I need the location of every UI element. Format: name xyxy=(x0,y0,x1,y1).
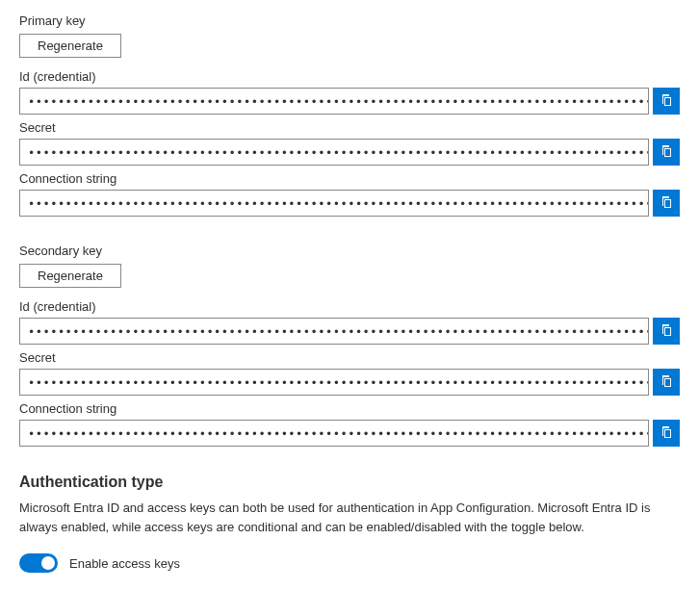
primary-id-label: Id (credential) xyxy=(19,69,680,84)
copy-secondary-secret-button[interactable] xyxy=(653,369,680,396)
secondary-connstr-field[interactable]: ••••••••••••••••••••••••••••••••••••••••… xyxy=(19,420,649,447)
primary-secret-label: Secret xyxy=(19,120,680,135)
primary-secret-field[interactable]: ••••••••••••••••••••••••••••••••••••••••… xyxy=(19,139,649,166)
primary-key-section: Primary key Regenerate Id (credential) •… xyxy=(19,13,680,217)
copy-icon xyxy=(659,92,674,111)
copy-primary-id-button[interactable] xyxy=(653,88,680,115)
copy-icon xyxy=(659,322,674,341)
authentication-type-section: Authentication type Microsoft Entra ID a… xyxy=(19,474,680,573)
secondary-key-section: Secondary key Regenerate Id (credential)… xyxy=(19,244,680,447)
copy-secondary-id-button[interactable] xyxy=(653,318,680,345)
copy-primary-connstr-button[interactable] xyxy=(653,190,680,217)
copy-icon xyxy=(659,424,674,443)
primary-connstr-field[interactable]: ••••••••••••••••••••••••••••••••••••••••… xyxy=(19,190,649,217)
copy-secondary-connstr-button[interactable] xyxy=(653,420,680,447)
primary-key-heading: Primary key xyxy=(19,13,680,28)
copy-icon xyxy=(659,143,674,162)
copy-icon xyxy=(659,373,674,392)
auth-type-description: Microsoft Entra ID and access keys can b… xyxy=(19,499,680,536)
regenerate-secondary-button[interactable]: Regenerate xyxy=(19,264,121,288)
secondary-secret-label: Secret xyxy=(19,350,680,365)
secondary-id-label: Id (credential) xyxy=(19,299,680,314)
enable-access-keys-label: Enable access keys xyxy=(69,556,180,571)
secondary-key-heading: Secondary key xyxy=(19,244,680,258)
regenerate-primary-button[interactable]: Regenerate xyxy=(19,34,121,58)
copy-icon xyxy=(659,194,674,213)
auth-type-heading: Authentication type xyxy=(19,474,680,491)
secondary-id-field[interactable]: ••••••••••••••••••••••••••••••••••••••••… xyxy=(19,318,649,345)
enable-access-keys-toggle[interactable] xyxy=(19,553,58,573)
secondary-secret-field[interactable]: ••••••••••••••••••••••••••••••••••••••••… xyxy=(19,369,649,396)
secondary-connstr-label: Connection string xyxy=(19,401,680,416)
primary-id-field[interactable]: ••••••••••••••••••••••••••••••••••••••••… xyxy=(19,88,649,115)
primary-connstr-label: Connection string xyxy=(19,171,680,186)
toggle-knob-icon xyxy=(41,556,55,570)
copy-primary-secret-button[interactable] xyxy=(653,139,680,166)
